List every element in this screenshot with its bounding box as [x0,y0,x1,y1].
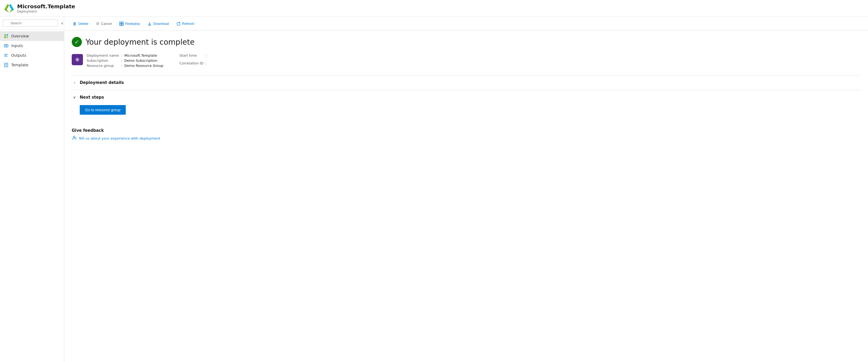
correlation-id-label: Correlation ID [180,61,204,65]
sidebar-item-overview-label: Overview [11,34,29,38]
deployment-icon [72,54,83,65]
svg-rect-17 [120,22,121,24]
outputs-icon [4,53,8,58]
refresh-icon [176,21,181,26]
resource-group-value: Demo Resource Group [124,64,163,68]
main-layout: 🔍 « Overview [0,17,868,362]
resource-group-label: Resource group [87,64,119,68]
subscription-label: Subscription [87,59,119,63]
next-steps-header[interactable]: ∨ Next steps [72,94,861,101]
app-header: Microsoft.Template Deployment [0,0,868,17]
sidebar-search-row: 🔍 « [0,17,64,30]
sidebar-item-outputs[interactable]: Outputs [0,51,64,60]
sidebar-item-overview[interactable]: Overview [0,31,64,41]
feedback-person-icon [72,136,76,141]
cancel-button[interactable]: ⊘ Cancel [93,20,115,28]
deployment-details-grid: Deployment name : Microsoft.Template Sub… [87,54,163,68]
sidebar-item-inputs[interactable]: Inputs [0,41,64,51]
sidebar-item-template-label: Template [11,63,28,67]
svg-point-4 [6,34,8,36]
delete-button[interactable]: 🗑 Delete [69,20,92,28]
deployment-details-title: Deployment details [80,80,124,85]
deployment-details-section: › Deployment details [72,75,861,90]
sidebar-item-outputs-label: Outputs [11,53,26,58]
delete-icon: 🗑 [73,22,77,26]
svg-point-6 [6,36,8,38]
inputs-icon [4,43,8,48]
feedback-section: Give feedback Tell us about your experie… [72,128,861,141]
svg-point-24 [77,59,78,60]
svg-rect-20 [122,24,123,26]
svg-point-5 [4,36,6,38]
refresh-button[interactable]: Refresh [173,20,198,28]
start-time-label: Start time [180,54,204,58]
svg-point-3 [4,34,6,36]
deployment-name-value: Microsoft.Template [124,54,163,58]
feedback-title: Give feedback [72,128,861,133]
sidebar-item-inputs-label: Inputs [11,43,23,48]
svg-marker-2 [4,10,14,12]
sidebar-nav: Overview Inputs [0,30,64,71]
collapse-sidebar-button[interactable]: « [59,20,64,27]
page-content: Your deployment is complete Deployment n… [64,31,868,147]
header-title-block: Microsoft.Template Deployment [17,3,75,13]
redeploy-icon [119,21,124,26]
overview-icon [4,34,8,38]
feedback-link-label: Tell us about your experience with deplo… [79,136,160,140]
next-steps-chevron: ∨ [72,95,77,99]
svg-rect-18 [122,22,123,24]
sidebar: 🔍 « Overview [0,17,64,362]
go-to-resource-group-button[interactable]: Go to resource group [80,105,126,115]
search-input[interactable] [3,20,58,27]
page-subtitle: Deployment [17,10,75,13]
download-icon [148,21,152,26]
success-icon [72,37,82,47]
svg-line-26 [76,137,76,138]
next-steps-section: ∨ Next steps Go to resource group [72,90,861,121]
subscription-value: Demo Subscription [124,59,163,63]
success-header: Your deployment is complete [72,37,861,47]
deployment-icon-block: Deployment name : Microsoft.Template Sub… [72,54,163,68]
svg-marker-0 [4,4,9,10]
search-wrapper: 🔍 [3,20,58,27]
deployment-name-label: Deployment name [87,54,119,58]
next-steps-content: Go to resource group [72,101,861,117]
next-steps-title: Next steps [80,95,104,100]
page-title: Microsoft.Template [17,3,75,10]
deployment-info: Deployment name : Microsoft.Template Sub… [72,54,861,68]
toolbar: 🗑 Delete ⊘ Cancel Redeploy [64,17,868,31]
content-area: 🗑 Delete ⊘ Cancel Redeploy [64,17,868,362]
deployment-right-info: Start time : Correlation ID : [180,54,209,68]
redeploy-button[interactable]: Redeploy [116,20,143,28]
template-icon [4,63,8,67]
svg-rect-19 [120,24,121,26]
azure-logo [4,3,14,13]
svg-point-25 [73,136,75,138]
svg-marker-1 [9,4,14,10]
sidebar-item-template[interactable]: Template [0,60,64,70]
cancel-icon: ⊘ [96,21,99,26]
success-title: Your deployment is complete [86,38,194,46]
download-button[interactable]: Download [144,20,172,28]
deployment-details-header[interactable]: › Deployment details [72,79,861,86]
deployment-details-chevron: › [72,80,77,85]
feedback-link[interactable]: Tell us about your experience with deplo… [72,136,861,141]
